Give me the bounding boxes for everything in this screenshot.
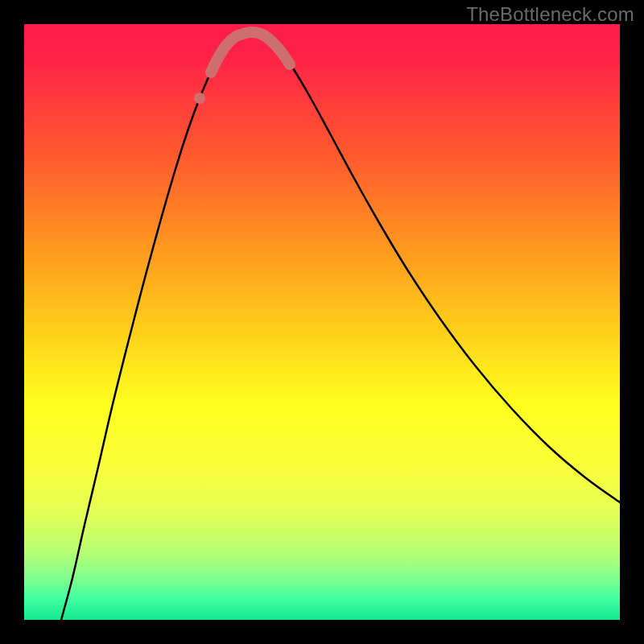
chart-svg <box>24 24 620 620</box>
chart-frame: TheBottleneck.com <box>0 0 644 644</box>
gradient-bg <box>24 24 620 620</box>
highlight-dot <box>194 93 205 104</box>
watermark-text: TheBottleneck.com <box>466 3 634 26</box>
plot-area <box>24 24 620 620</box>
